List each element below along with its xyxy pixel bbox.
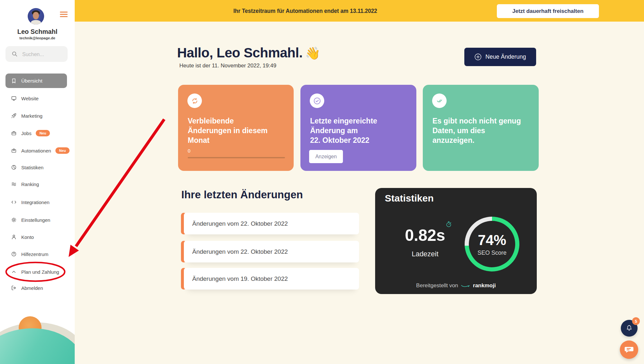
card-title: Letzte eingereichte Änderung am 22. Okto… [310,116,377,145]
trial-banner-text: Ihr Testzeitraum für Automationen endet … [233,7,377,15]
neu-badge: Neu [36,130,50,136]
gear-icon [11,217,17,223]
sidebar-item-uebersicht[interactable]: Übersicht [5,74,67,88]
remaining-count: 0 [188,148,190,153]
show-button[interactable]: Anzeigen [309,150,343,163]
annotation-overlay [0,0,644,364]
sidebar: Leo Schmahl technik@leopage.de Übersicht… [0,0,75,364]
change-list-item[interactable]: Änderungen vom 22. Oktober 2022 [181,241,359,262]
seo-score-label: SEO Score [478,250,507,256]
load-time-label: Ladezeit [382,250,469,258]
pie-chart-icon [11,164,17,170]
sidebar-item-abmelden[interactable]: Abmelden [5,281,70,295]
search-icon [12,51,18,57]
bookmark-icon [11,78,17,84]
user-email: technik@leopage.de [0,36,75,40]
not-enough-data-card: Es gibt noch nicht genug Daten, um dies … [423,85,539,171]
notification-badge: 5 [632,317,640,325]
provider-footer: Bereitgestellt von rankmoji [375,282,537,289]
sidebar-item-ranking[interactable]: Ranking [5,177,70,191]
sidebar-item-marketing[interactable]: Marketing [5,109,70,123]
sidebar-item-konto[interactable]: Konto [5,230,70,244]
change-list-item[interactable]: Änderungen vom 22. Oktober 2022 [181,213,359,234]
double-check-icon [432,93,447,108]
neu-badge: Neu [55,147,70,154]
remaining-changes-card: Verbleibende Änderungen in diesem Monat … [178,85,294,171]
bell-icon [625,324,633,332]
search-box[interactable] [5,46,68,62]
load-time-value: 0.82s [382,226,469,245]
statistics-panel: Statistiken 0.82s Ladezeit 74% SEO Score… [375,188,537,294]
card-title: Verbleibende Änderungen in diesem Monat [188,116,268,145]
sidebar-item-plan-und-zahlung[interactable]: Plan und Zahlung [5,265,70,279]
avatar[interactable] [28,8,44,25]
card-title: Es gibt noch nicht genug Daten, um dies … [432,116,521,145]
last-submitted-card: Letzte eingereichte Änderung am 22. Okto… [300,85,416,171]
search-input[interactable] [22,46,66,63]
hamburger-menu-icon[interactable] [60,12,68,17]
code-icon [11,199,17,205]
chat-bubble-icon [624,345,634,354]
stopwatch-icon [445,221,452,228]
wave-emoji: 👋 [305,46,320,60]
sidebar-item-jobs[interactable]: Jobs Neu [5,126,70,140]
rocket-icon [11,113,17,119]
recent-changes-heading: Ihre letzten Änderungen [181,189,303,201]
briefcase-icon [11,148,17,153]
chat-button[interactable] [620,340,638,359]
new-change-button[interactable]: Neue Änderung [464,48,536,66]
load-time-block: 0.82s Ladezeit [382,226,469,258]
refresh-icon [187,93,202,108]
monitor-icon [11,95,17,101]
help-icon [11,251,17,257]
check-circle-icon [310,93,324,108]
sidebar-item-website[interactable]: Website [5,92,70,105]
change-list-item[interactable]: Änderungen vom 19. Oktober 2022 [181,268,359,290]
date-line: Heute ist der 11. November 2022, 19:49 [179,63,276,69]
page-title: Hallo, Leo Schmahl.👋 [177,45,320,61]
chevron-up-icon [11,269,17,275]
plus-circle-icon [474,53,482,61]
progress-bar [188,157,285,158]
person-icon [11,234,17,240]
user-name: Leo Schmahl [0,28,75,35]
seo-score-value: 74% [478,232,506,248]
sidebar-item-integrationen[interactable]: Integrationen [5,195,70,209]
sidebar-item-statistiken[interactable]: Statistiken [5,161,70,174]
annotation-arrow-line [76,119,164,246]
statistics-title: Statistiken [385,193,434,204]
seo-ring: 74% SEO Score [465,217,519,271]
trial-banner: Ihr Testzeitraum für Automationen endet … [75,0,644,22]
layers-icon [11,181,17,187]
sidebar-item-automationen[interactable]: Automationen Neu [5,144,70,157]
dashboard-page: Leo Schmahl technik@leopage.de Übersicht… [0,0,644,364]
sidebar-item-einstellungen[interactable]: Einstellungen [5,213,70,227]
sidebar-item-hilfezentrum[interactable]: Hilfezentrum [5,247,70,261]
briefcase-icon [11,130,17,136]
logout-icon [11,285,17,291]
unlock-permanently-button[interactable]: Jetzt dauerhaft freischalten [497,4,599,18]
rankmoji-logo-icon [461,284,470,288]
